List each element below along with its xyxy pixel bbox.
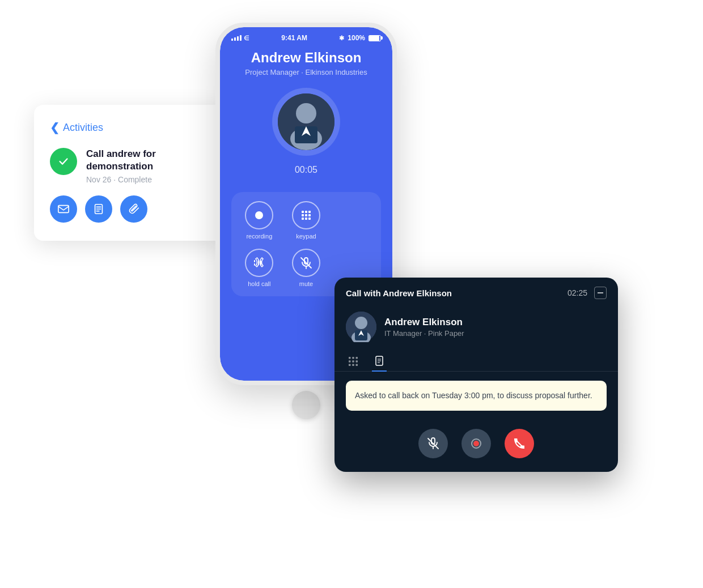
mute-icon [300,257,312,269]
email-icon [57,203,70,215]
tab-notes-icon [374,356,384,366]
svg-rect-9 [305,211,307,213]
status-left: ∈ [231,35,249,42]
recording-button[interactable] [245,201,273,229]
recording-control[interactable]: recording [240,201,278,240]
tab-notes[interactable] [372,351,387,372]
keypad-icon [300,210,312,221]
back-chevron-icon: ❮ [50,121,60,134]
svg-rect-16 [308,218,311,220]
minimize-icon [598,292,603,293]
svg-rect-33 [352,364,354,366]
svg-rect-0 [58,206,69,213]
check-icon [57,155,70,168]
panel-meta: 02:25 [568,287,607,299]
attach-icon [128,203,140,215]
note-button[interactable] [85,195,112,223]
phone-home-button[interactable] [292,391,320,419]
contact-role: IT Manager · Pink Paper [384,329,464,338]
panel-title: Call with Andrew Elkinson [346,288,452,298]
mute-control[interactable]: mute [287,249,325,287]
svg-rect-8 [302,211,304,213]
note-box: Asked to call back on Tuesday 3:00 pm, t… [346,381,607,411]
attach-button[interactable] [120,195,147,223]
caller-avatar [278,93,334,150]
svg-rect-10 [308,211,311,213]
record-circle-icon [253,209,265,221]
dark-panel: Call with Andrew Elkinson 02:25 Andrew E… [334,278,618,472]
svg-rect-18 [260,261,261,265]
activities-card: ❮ Activities Call andrew for demonstrati… [34,105,227,241]
svg-rect-27 [352,357,354,359]
hold-call-icon [253,257,265,269]
panel-record-icon [469,437,483,450]
mute-label: mute [299,280,313,287]
svg-rect-15 [305,218,307,220]
hold-button[interactable] [245,249,273,277]
caller-title: Project Manager · Elkinson Industries [245,68,367,76]
tab-keypad[interactable] [346,351,361,371]
panel-hangup-icon [513,437,526,450]
status-right: ✱ 100% [339,34,381,42]
panel-actions [334,420,618,472]
status-bar: ∈ 9:41 AM ✱ 100% [220,27,392,44]
activity-item: Call andrew for demonstration Nov 26 · C… [50,148,211,184]
recording-label: recording [246,233,272,240]
activity-actions [50,195,211,223]
keypad-button[interactable] [292,201,320,229]
email-button[interactable] [50,195,77,223]
call-timer: 00:05 [295,165,317,175]
contact-row: Andrew Elkinson IT Manager · Pink Paper [334,308,618,351]
svg-rect-26 [349,357,351,359]
contact-info: Andrew Elkinson IT Manager · Pink Paper [384,317,464,338]
contact-name: Andrew Elkinson [384,317,464,328]
activity-title: Call andrew for demonstration [86,148,211,173]
keypad-label: keypad [296,233,316,240]
tab-keypad-icon [348,356,358,367]
battery-percent: 100% [348,34,365,42]
svg-rect-13 [308,214,311,216]
wifi-icon: ∈ [244,35,249,42]
panel-timer: 02:25 [568,288,587,297]
hold-control[interactable]: hold call [240,249,278,287]
contact-avatar-svg [346,312,376,342]
status-time: 9:41 AM [281,34,307,42]
svg-point-3 [296,103,316,123]
note-text: Asked to call back on Tuesday 3:00 pm, t… [355,390,598,402]
svg-rect-11 [302,214,304,216]
svg-rect-32 [349,364,351,366]
note-icon [92,203,105,215]
svg-rect-31 [356,360,358,363]
activity-date: Nov 26 · Complete [86,175,211,184]
activities-label: Activities [63,122,103,134]
caller-name: Andrew Elkinson [251,50,362,66]
minimize-button[interactable] [594,287,607,299]
svg-rect-29 [349,360,351,363]
signal-icon [231,35,242,41]
hold-label: hold call [248,280,270,287]
activity-check-icon [50,148,77,175]
activity-text: Call andrew for demonstration Nov 26 · C… [86,148,211,184]
svg-rect-14 [302,218,304,220]
person-avatar-svg [278,93,334,150]
mute-button[interactable] [292,249,320,277]
panel-hangup-button[interactable] [505,429,534,458]
panel-record-button[interactable] [461,429,491,458]
activities-back[interactable]: ❮ Activities [50,121,211,134]
svg-rect-17 [258,261,259,265]
battery-icon [369,35,381,41]
svg-rect-28 [356,357,358,359]
panel-mute-button[interactable] [418,429,448,458]
contact-avatar [346,312,376,342]
panel-mute-icon [426,437,440,450]
svg-rect-34 [356,364,358,366]
svg-point-43 [473,441,479,446]
svg-rect-30 [352,360,354,363]
dark-tabs [334,351,618,372]
keypad-control[interactable]: keypad [287,201,325,240]
avatar-ring [272,88,340,156]
ctrl-spacer [334,201,372,240]
svg-rect-12 [305,214,307,216]
bluetooth-icon: ✱ [339,35,344,42]
dark-panel-header: Call with Andrew Elkinson 02:25 [334,278,618,308]
